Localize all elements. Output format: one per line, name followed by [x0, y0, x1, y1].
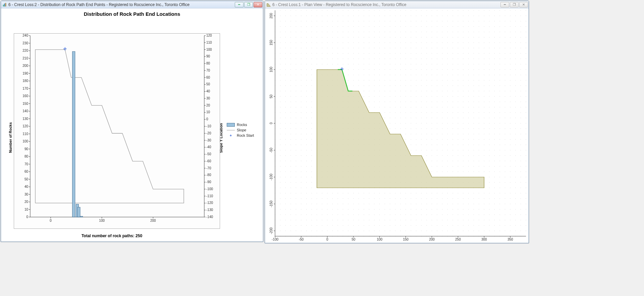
svg-text:130: 130: [22, 117, 28, 121]
svg-rect-1673: [463, 225, 464, 226]
svg-rect-450: [312, 96, 312, 97]
svg-rect-2217: [526, 75, 526, 75]
svg-text:-90: -90: [206, 180, 211, 184]
svg-rect-1135: [395, 113, 395, 113]
svg-rect-1745: [468, 70, 469, 70]
svg-rect-1722: [468, 193, 469, 194]
svg-rect-1901: [489, 156, 489, 156]
svg-rect-1345: [421, 139, 422, 140]
close-button[interactable]: ✕: [254, 2, 262, 7]
svg-rect-432: [312, 193, 312, 194]
svg-rect-2022: [505, 199, 505, 199]
svg-rect-1676: [463, 209, 464, 210]
svg-rect-2072: [510, 161, 511, 161]
minimize-button[interactable]: ━: [500, 2, 509, 7]
svg-rect-2067: [510, 188, 511, 188]
svg-rect-387: [306, 204, 307, 204]
svg-text:200: 200: [269, 13, 273, 18]
titlebar[interactable]: 6 - Crest Loss:2 - Distribution of Rock …: [1, 1, 263, 8]
svg-rect-965: [374, 102, 375, 102]
svg-rect-2049: [505, 53, 505, 54]
svg-rect-1660: [458, 64, 458, 65]
svg-rect-884: [364, 75, 364, 75]
svg-rect-1343: [421, 150, 422, 151]
svg-rect-1566: [447, 107, 448, 108]
svg-rect-352: [301, 161, 301, 161]
svg-rect-1706: [463, 48, 464, 48]
svg-rect-264: [290, 172, 291, 172]
svg-rect-1525: [442, 96, 442, 97]
svg-rect-2037: [505, 118, 505, 118]
maximize-button[interactable]: ❐: [510, 2, 519, 7]
svg-rect-933: [369, 43, 369, 43]
svg-rect-1455: [432, 10, 432, 11]
svg-rect-1181: [400, 96, 401, 97]
svg-rect-451: [312, 91, 312, 91]
svg-rect-1432: [432, 134, 432, 134]
svg-rect-690: [343, 193, 343, 194]
svg-rect-457: [312, 59, 312, 59]
svg-rect-2125: [515, 107, 516, 108]
plan-view-body[interactable]: -200-150-100-50050100150200-100-50050100…: [265, 8, 529, 243]
svg-rect-1401: [426, 70, 427, 70]
svg-rect-1526: [442, 91, 442, 91]
svg-rect-1641: [458, 166, 458, 167]
svg-rect-500: [317, 59, 317, 59]
close-button[interactable]: ✕: [519, 2, 528, 7]
svg-rect-2166: [521, 118, 521, 118]
svg-rect-1719: [468, 209, 469, 210]
svg-rect-1120: [395, 193, 395, 194]
svg-rect-391: [306, 182, 307, 183]
svg-rect-726: [348, 231, 348, 231]
svg-rect-2172: [521, 86, 521, 86]
svg-rect-389: [306, 193, 307, 194]
svg-rect-731: [348, 204, 348, 204]
svg-rect-1662: [458, 53, 458, 54]
titlebar[interactable]: 6 - Crest Loss:1 - Plan View - Registere…: [265, 1, 529, 8]
svg-rect-465: [312, 16, 312, 16]
svg-rect-1899: [489, 166, 489, 167]
chart-plot-area[interactable]: 0102030405060708090100110120130140150160…: [14, 33, 220, 229]
svg-rect-242: [285, 59, 286, 59]
svg-rect-1028: [385, 225, 385, 226]
svg-rect-1434: [432, 123, 432, 124]
svg-rect-425: [312, 231, 312, 231]
svg-rect-1795: [474, 32, 474, 32]
svg-rect-177: [280, 177, 280, 177]
svg-rect-1537: [442, 32, 442, 32]
svg-rect-1957: [494, 86, 495, 86]
svg-rect-1581: [447, 27, 448, 27]
svg-rect-1315: [416, 70, 416, 70]
svg-rect-1031: [385, 209, 385, 210]
svg-rect-1978: [500, 204, 500, 204]
svg-rect-2027: [505, 172, 505, 172]
svg-rect-674: [338, 48, 338, 48]
svg-rect-939: [369, 10, 369, 11]
svg-rect-230: [285, 123, 286, 124]
svg-rect-1557: [447, 156, 448, 156]
svg-rect-2175: [521, 70, 521, 70]
svg-rect-683: [343, 231, 343, 231]
svg-rect-182: [280, 150, 280, 151]
svg-rect-1960: [494, 70, 495, 70]
svg-rect-1480: [437, 107, 437, 108]
svg-rect-1871: [484, 86, 484, 86]
svg-rect-1995: [500, 113, 500, 113]
svg-rect-1118: [395, 204, 395, 204]
svg-rect-1787: [474, 75, 474, 75]
svg-rect-1602: [452, 145, 453, 145]
svg-rect-2115: [515, 161, 516, 161]
svg-rect-2087: [510, 80, 511, 81]
svg-text:300: 300: [481, 238, 487, 241]
svg-rect-1228: [406, 75, 406, 75]
minimize-button[interactable]: ━: [235, 2, 244, 7]
svg-text:160: 160: [22, 94, 28, 98]
maximize-button[interactable]: ❐: [244, 2, 253, 7]
svg-rect-2041: [505, 96, 505, 97]
svg-rect-684: [343, 225, 343, 226]
svg-rect-1909: [489, 113, 489, 113]
svg-rect-1661: [458, 59, 458, 59]
svg-rect-1884: [484, 16, 484, 16]
svg-rect-753: [348, 86, 348, 86]
svg-rect-675: [338, 43, 338, 43]
